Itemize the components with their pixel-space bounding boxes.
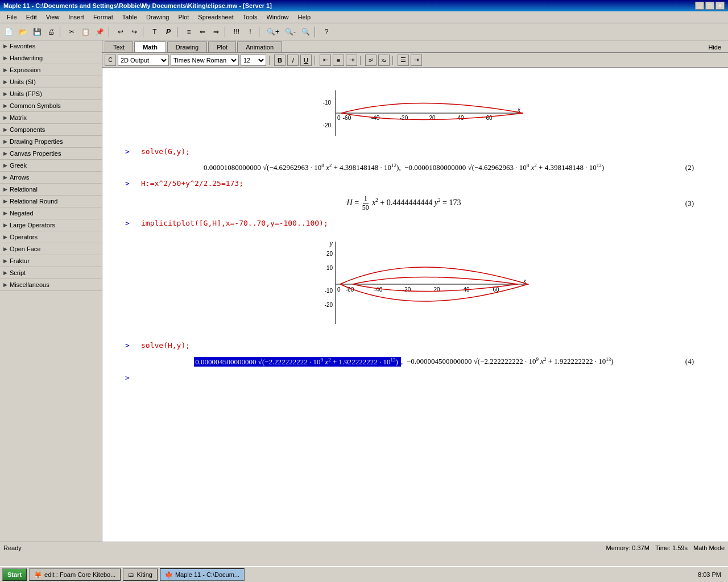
undo-button[interactable]: ↩ — [114, 26, 127, 38]
text-mode-button[interactable]: T — [148, 26, 161, 38]
prompt-symbol: > — [125, 147, 136, 156]
menu-format[interactable]: Format — [89, 13, 118, 22]
sidebar-item-large-operators[interactable]: ▶ Large Operators — [0, 219, 102, 231]
graph-container-2: 20 10 -10 -20 -60 -40 -20 0 20 40 60 — [125, 239, 705, 330]
tab-plot[interactable]: Plot — [208, 41, 236, 52]
equation-number-4: (4) — [671, 357, 694, 366]
help-button[interactable]: ? — [320, 26, 333, 38]
sidebar-label: Large Operators — [10, 222, 55, 228]
cut-button[interactable]: ✂ — [65, 26, 78, 38]
math-mode-button[interactable]: P — [162, 26, 175, 38]
sidebar-item-miscellaneous[interactable]: ▶ Miscellaneous — [0, 279, 102, 291]
sidebar-item-script[interactable]: ▶ Script — [0, 267, 102, 279]
svg-text:0: 0 — [337, 286, 341, 293]
sidebar-label: Units (FPS) — [10, 90, 42, 97]
sidebar-item-units-fps[interactable]: ▶ Units (FPS) — [0, 88, 102, 100]
toolbar-btn4[interactable]: !!! — [230, 26, 243, 38]
menu-insert[interactable]: Insert — [64, 13, 89, 22]
sidebar-item-components[interactable]: ▶ Components — [0, 124, 102, 136]
menu-tools[interactable]: Tools — [238, 13, 262, 22]
toolbar-btn3[interactable]: ⇒ — [210, 26, 222, 38]
print-button[interactable]: 🖨 — [45, 26, 57, 38]
bold-button[interactable]: B — [274, 55, 286, 66]
output-mode-select[interactable]: 2D Output — [118, 55, 169, 66]
save-button[interactable]: 💾 — [31, 26, 44, 38]
toolbar-btn1[interactable]: ≡ — [183, 26, 195, 38]
indent-button[interactable]: ⇥ — [411, 55, 422, 66]
superscript-button[interactable]: x² — [365, 55, 377, 66]
sidebar-item-canvas-properties[interactable]: ▶ Canvas Properties — [0, 148, 102, 160]
sidebar-item-favorites[interactable]: ▶ Favorites — [0, 40, 102, 52]
sidebar-item-handwriting[interactable]: ▶ Handwriting — [0, 52, 102, 64]
menu-help[interactable]: Help — [293, 13, 316, 22]
zoom-out-button[interactable]: 🔍- — [283, 26, 298, 38]
output-mode-indicator: C — [105, 55, 116, 66]
open-button[interactable]: 📂 — [16, 26, 30, 38]
tab-math[interactable]: Math — [134, 41, 166, 52]
menu-file[interactable]: File — [2, 13, 22, 22]
sidebar-item-relational-round[interactable]: ▶ Relational Round — [0, 196, 102, 207]
subscript-button[interactable]: x₂ — [378, 55, 390, 66]
sidebar-label: Relational Round — [10, 198, 57, 205]
new-button[interactable]: 📄 — [2, 26, 15, 38]
solve-g-input-line: > solve(G,y); — [125, 147, 705, 156]
zoom-fit-button[interactable]: 🔍 — [299, 26, 312, 38]
graph-2: 20 10 -10 -20 -60 -40 -20 0 20 40 60 — [296, 239, 535, 330]
underline-button[interactable]: U — [300, 55, 312, 66]
svg-text:-20: -20 — [400, 115, 408, 121]
sidebar-item-arrows[interactable]: ▶ Arrows — [0, 172, 102, 184]
sidebar-item-open-face[interactable]: ▶ Open Face — [0, 243, 102, 255]
sidebar-item-negated[interactable]: ▶ Negated — [0, 207, 102, 219]
tab-drawing[interactable]: Drawing — [167, 41, 207, 52]
minimize-button[interactable]: _ — [695, 2, 704, 10]
arrow-icon: ▶ — [3, 115, 7, 120]
copy-button[interactable]: 📋 — [79, 26, 92, 38]
align-center-button[interactable]: ≡ — [333, 55, 344, 66]
tab-animation[interactable]: Animation — [237, 41, 282, 52]
hide-button[interactable]: Hide — [704, 42, 726, 52]
sidebar-label: Favorites — [10, 43, 35, 49]
maximize-button[interactable]: □ — [705, 2, 714, 10]
sidebar-item-matrix[interactable]: ▶ Matrix — [0, 112, 102, 124]
toolbar-btn5[interactable]: ! — [244, 26, 257, 38]
solve-h-input-line: > solve(H,y); — [125, 341, 705, 350]
menu-drawing[interactable]: Drawing — [142, 13, 173, 22]
sidebar-item-expression[interactable]: ▶ Expression — [0, 64, 102, 76]
paste-button[interactable]: 📌 — [93, 26, 106, 38]
sidebar-label: Open Face — [10, 246, 40, 252]
menu-spreadsheet[interactable]: Spreadsheet — [193, 13, 238, 22]
tab-bar: Text Math Drawing Plot Animation Hide — [102, 40, 728, 53]
menu-table[interactable]: Table — [118, 13, 142, 22]
font-select[interactable]: Times New Roman — [171, 55, 239, 66]
sidebar-item-common-symbols[interactable]: ▶ Common Symbols — [0, 100, 102, 112]
font-size-select[interactable]: 12 — [241, 55, 266, 66]
svg-text:-20: -20 — [323, 122, 332, 128]
separator — [315, 27, 318, 37]
list-button[interactable]: ☰ — [398, 55, 409, 66]
tab-text[interactable]: Text — [105, 41, 133, 52]
highlighted-output: 0.000004500000000 √(−2.222222222 · 109 x… — [194, 357, 401, 367]
equation-number-3: (3) — [671, 199, 694, 208]
menu-plot[interactable]: Plot — [173, 13, 193, 22]
sidebar-item-greek[interactable]: ▶ Greek — [0, 160, 102, 172]
menu-edit[interactable]: Edit — [22, 13, 42, 22]
sidebar-item-drawing-properties[interactable]: ▶ Drawing Properties — [0, 136, 102, 148]
menu-window[interactable]: Window — [262, 13, 293, 22]
arrow-icon: ▶ — [3, 234, 7, 240]
italic-button[interactable]: I — [287, 55, 299, 66]
sidebar-item-units-si[interactable]: ▶ Units (SI) — [0, 76, 102, 88]
scroll-area[interactable]: -60 -40 -20 0 20 40 60 -10 -20 x — [102, 68, 728, 542]
close-button[interactable]: × — [715, 2, 725, 10]
zoom-in-button[interactable]: 🔍+ — [264, 26, 282, 38]
align-left-button[interactable]: ⇤ — [320, 55, 331, 66]
menu-view[interactable]: View — [42, 13, 64, 22]
align-right-button[interactable]: ⇥ — [346, 55, 357, 66]
svg-text:-10: -10 — [323, 99, 332, 106]
sidebar-label: Handwriting — [10, 55, 43, 61]
toolbar-btn2[interactable]: ⇐ — [196, 26, 209, 38]
sidebar-item-relational[interactable]: ▶ Relational — [0, 184, 102, 196]
arrow-icon: ▶ — [3, 55, 7, 61]
sidebar-item-fraktur[interactable]: ▶ Fraktur — [0, 255, 102, 267]
sidebar-item-operators[interactable]: ▶ Operators — [0, 231, 102, 243]
redo-button[interactable]: ↪ — [128, 26, 140, 38]
